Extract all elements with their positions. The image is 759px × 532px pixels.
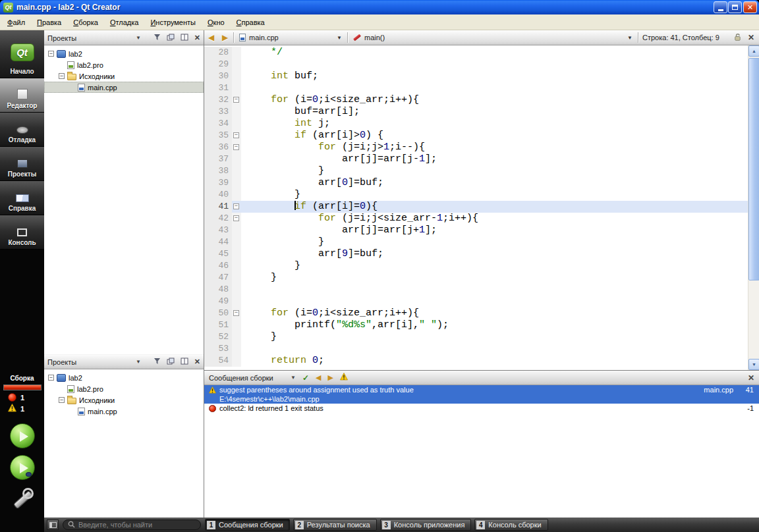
output-row-path[interactable]: E:\4semestr\c++\lab2\main.cpp: [204, 394, 759, 404]
scrollbar-thumb[interactable]: [748, 58, 759, 280]
menu-Отладка[interactable]: Отладка: [104, 16, 145, 29]
editor-line-42[interactable]: 42− for (j=i;j<size_arr-1;i++){: [204, 213, 748, 225]
file-lock-icon[interactable]: [733, 33, 742, 43]
forward-icon[interactable]: ▶: [218, 33, 232, 42]
output-pane-button-4[interactable]: 4Консоль сборки: [474, 519, 548, 531]
run-debug-button[interactable]: [10, 455, 35, 480]
editor-line-33[interactable]: 33 buf=arr[i];: [204, 106, 748, 118]
close-pane-icon[interactable]: ✕: [194, 358, 200, 366]
editor-line-44[interactable]: 44 }: [204, 236, 748, 248]
toggle-sidebar-button[interactable]: [47, 519, 59, 530]
expander-icon[interactable]: −: [59, 397, 65, 403]
expander-icon[interactable]: −: [48, 51, 54, 57]
editor-line-40[interactable]: 40 }: [204, 189, 748, 201]
mode-help[interactable]: Справка: [0, 181, 44, 215]
scroll-up-button[interactable]: ▲: [748, 45, 759, 57]
code-editor[interactable]: 28 */2930 int buf;3132− for (i=0;i<size_…: [204, 45, 759, 370]
fold-marker[interactable]: −: [232, 142, 241, 153]
pane-selector-combo[interactable]: Проекты ▼: [47, 34, 141, 42]
fold-marker[interactable]: −: [232, 201, 241, 213]
output-row-error[interactable]: collect2: ld returned 1 exit status-1: [204, 404, 759, 413]
editor-line-35[interactable]: 35− if (arr[i]>0) {: [204, 130, 748, 142]
expander-icon[interactable]: −: [59, 73, 65, 79]
error-count-row[interactable]: 1: [0, 392, 44, 403]
tree-item-main.cpp[interactable]: main.cpp: [44, 82, 204, 93]
symbol-combo[interactable]: main() ▼: [349, 30, 636, 45]
close-pane-icon[interactable]: ✕: [194, 34, 200, 42]
menu-Инструменты[interactable]: Инструменты: [144, 16, 202, 29]
fold-marker[interactable]: −: [232, 94, 241, 106]
editor-line-47[interactable]: 47 }: [204, 272, 748, 284]
editor-line-51[interactable]: 51 printf("%d%s",arr[i]," ");: [204, 319, 748, 331]
output-row-warning[interactable]: suggest parentheses around assignment us…: [204, 385, 759, 394]
editor-scrollbar[interactable]: ▲ ▼: [748, 45, 759, 370]
menu-Файл[interactable]: Файл: [1, 16, 31, 29]
editor-line-53[interactable]: 53: [204, 343, 748, 355]
editor-line-31[interactable]: 31: [204, 82, 748, 94]
editor-line-54[interactable]: 54 return 0;: [204, 355, 748, 367]
show-warnings-icon[interactable]: [340, 373, 348, 383]
editor-line-34[interactable]: 34 int j;: [204, 118, 748, 130]
editor-line-39[interactable]: 39 arr[0]=buf;: [204, 177, 748, 189]
search-input[interactable]: [78, 521, 196, 529]
editor-line-49[interactable]: 49: [204, 296, 748, 307]
build-button[interactable]: [11, 488, 34, 510]
editor-line-50[interactable]: 50− for (i=0;i<size_arr;i++){: [204, 307, 748, 319]
filter-icon[interactable]: [154, 358, 161, 366]
tree-item-lab2.pro[interactable]: lab2.pro: [44, 383, 204, 394]
output-pane-combo[interactable]: Сообщения сборки ▼: [209, 374, 296, 382]
mode-edit[interactable]: Редактор: [0, 78, 44, 113]
menu-Окно[interactable]: Окно: [202, 16, 231, 29]
output-pane-button-3[interactable]: 3Консоль приложения: [380, 519, 472, 531]
filter-check-icon[interactable]: ✓: [302, 373, 309, 383]
minimize-button[interactable]: [714, 1, 727, 13]
editor-line-45[interactable]: 45 arr[9]=buf;: [204, 248, 748, 260]
output-pane-button-1[interactable]: 1Сообщения сборки: [205, 519, 290, 531]
editor-line-37[interactable]: 37 arr[j]=arr[j-1];: [204, 153, 748, 165]
menu-Справка[interactable]: Справка: [231, 16, 271, 29]
editor-line-32[interactable]: 32− for (i=0;i<size_arr;i++){: [204, 94, 748, 106]
menu-Сборка[interactable]: Сборка: [67, 16, 104, 29]
menu-Правка[interactable]: Правка: [31, 16, 67, 29]
close-output-icon[interactable]: ✕: [748, 373, 754, 383]
tree-item-lab2[interactable]: −lab2: [44, 48, 204, 59]
run-button[interactable]: [10, 423, 35, 448]
mode-output[interactable]: Консоль: [0, 215, 44, 250]
output-pane-button-2[interactable]: 2Результаты поиска: [293, 519, 377, 531]
editor-line-46[interactable]: 46 }: [204, 260, 748, 272]
tree-item-Исходники[interactable]: −Исходники: [44, 70, 204, 82]
tree-item-lab2.pro[interactable]: lab2.pro: [44, 59, 204, 70]
tree-item-main.cpp[interactable]: main.cpp: [44, 406, 204, 417]
fold-marker[interactable]: −: [232, 130, 241, 142]
titlebar[interactable]: Qt main.cpp - lab2 - Qt Creator ✕: [0, 0, 759, 14]
editor-line-29[interactable]: 29: [204, 59, 748, 70]
editor-line-52[interactable]: 52 }: [204, 331, 748, 343]
fold-marker[interactable]: −: [232, 307, 241, 319]
mode-projects[interactable]: Проекты: [0, 147, 44, 181]
editor-line-38[interactable]: 38 }: [204, 165, 748, 177]
close-button[interactable]: ✕: [743, 1, 757, 13]
expander-icon[interactable]: −: [48, 375, 54, 381]
next-issue-icon[interactable]: ▶: [328, 373, 333, 382]
mode-welcome[interactable]: QtНачало: [0, 30, 44, 78]
fold-marker[interactable]: −: [232, 213, 241, 225]
tree-item-lab2[interactable]: −lab2: [44, 372, 204, 383]
sync-with-editor-icon[interactable]: [167, 358, 175, 366]
open-file-combo[interactable]: main.cpp ▼: [235, 30, 346, 45]
close-editor-icon[interactable]: ✕: [748, 33, 754, 42]
editor-line-30[interactable]: 30 int buf;: [204, 70, 748, 82]
editor-line-43[interactable]: 43 arr[j]=arr[j+1];: [204, 225, 748, 236]
editor-line-48[interactable]: 48: [204, 284, 748, 296]
warning-count-row[interactable]: 1: [0, 403, 44, 414]
prev-issue-icon[interactable]: ◀: [316, 373, 321, 382]
editor-line-41[interactable]: 41− if (arr[i]=0){: [204, 201, 748, 213]
pane-selector-combo[interactable]: Проекты ▼: [47, 358, 141, 366]
sync-with-editor-icon[interactable]: [167, 34, 175, 42]
editor-line-36[interactable]: 36− for (j=i;j>1;i--){: [204, 142, 748, 153]
tree-item-Исходники[interactable]: −Исходники: [44, 394, 204, 406]
split-icon[interactable]: [181, 34, 188, 42]
locator-search[interactable]: [63, 519, 201, 530]
mode-debug[interactable]: Отладка: [0, 113, 44, 147]
filter-icon[interactable]: [154, 34, 161, 42]
editor-line-28[interactable]: 28 */: [204, 47, 748, 59]
